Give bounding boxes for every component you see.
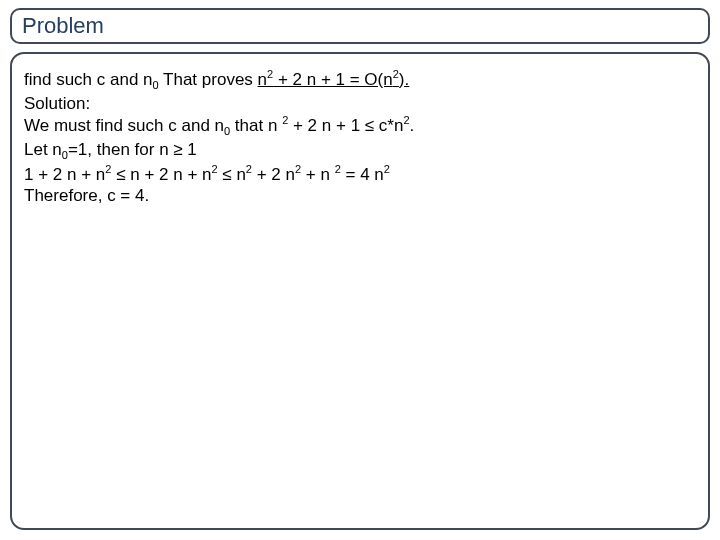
- text: + 2 n: [252, 165, 295, 184]
- superscript-two: 2: [384, 163, 390, 175]
- text: Let n: [24, 140, 62, 159]
- text: ).: [399, 70, 409, 89]
- text: + n: [301, 165, 335, 184]
- line-4: Let n0=1, then for n ≥ 1: [24, 139, 696, 163]
- text: find such c and n: [24, 70, 153, 89]
- text: That proves: [159, 70, 258, 89]
- text: We must find such c and n: [24, 116, 224, 135]
- line-1: find such c and n0 That proves n2 + 2 n …: [24, 68, 696, 93]
- title-text: Problem: [22, 13, 104, 39]
- text: .: [410, 116, 415, 135]
- line-3: We must find such c and n0 that n 2 + 2 …: [24, 114, 696, 139]
- text: Solution:: [24, 94, 90, 113]
- text: + 2 n + 1 ≤ c*n: [288, 116, 403, 135]
- text: = 4 n: [341, 165, 384, 184]
- text: n: [258, 70, 267, 89]
- text: Therefore, c = 4.: [24, 186, 149, 205]
- line-6: Therefore, c = 4.: [24, 185, 696, 206]
- line-5: 1 + 2 n + n2 ≤ n + 2 n + n2 ≤ n2 + 2 n2 …: [24, 163, 696, 185]
- text: ≤ n + 2 n + n: [111, 165, 211, 184]
- text: that n: [230, 116, 282, 135]
- text: ≤ n: [218, 165, 246, 184]
- formula-underlined: n2 + 2 n + 1 = O(n2).: [258, 70, 410, 89]
- text: =1, then for n ≥ 1: [68, 140, 197, 159]
- line-2: Solution:: [24, 93, 696, 114]
- title-panel: Problem: [10, 8, 710, 44]
- text: + 2 n + 1 = O(n: [273, 70, 393, 89]
- text: 1 + 2 n + n: [24, 165, 105, 184]
- content-panel: find such c and n0 That proves n2 + 2 n …: [10, 52, 710, 530]
